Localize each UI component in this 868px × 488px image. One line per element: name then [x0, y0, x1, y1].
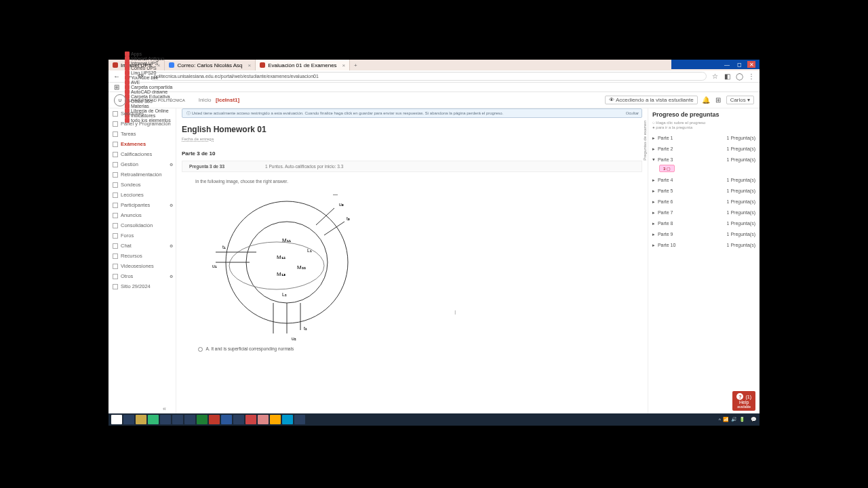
chevron-up-icon[interactable]: ^ — [719, 418, 721, 422]
new-tab-button[interactable]: + — [350, 60, 361, 70]
due-date-link[interactable]: Fecha de entrega — [182, 137, 642, 141]
sidebar-item-sitio-29/2024[interactable]: Sitio 29/2024 — [108, 281, 176, 291]
window-close-button[interactable]: ✕ — [747, 61, 755, 68]
hide-banner-link[interactable]: Ocultar — [626, 111, 639, 115]
wifi-icon[interactable]: 📶 — [723, 417, 729, 422]
progress-part[interactable]: ▸ Parte 101 Pregunta(s) — [652, 243, 755, 248]
bookmark-item[interactable]: AVE — [123, 80, 174, 85]
task-app9[interactable] — [294, 415, 305, 424]
task-word[interactable] — [221, 415, 232, 424]
sidebar-item-otros[interactable]: Otros⚙ — [108, 271, 176, 281]
progress-part[interactable]: ▸ Parte 31 Pregunta(s) — [652, 157, 755, 163]
close-icon[interactable]: × — [248, 62, 252, 68]
progress-part[interactable]: ▸ Parte 51 Pregunta(s) — [652, 188, 755, 194]
notifications-icon[interactable]: 💬 — [751, 417, 757, 422]
task-app2[interactable] — [172, 415, 183, 424]
help-fab[interactable]: ? (1) Help available — [732, 391, 755, 411]
task-app8[interactable] — [282, 415, 293, 424]
extensions-icon[interactable]: ◧ — [723, 73, 731, 81]
settings-icon[interactable]: ⚙ — [170, 162, 173, 167]
menu-icon[interactable]: ⋮ — [747, 73, 755, 81]
back-button[interactable]: ← — [113, 73, 121, 81]
collapse-sidebar-button[interactable]: « — [163, 405, 166, 412]
sidebar-item-secciones[interactable]: Secciones — [108, 108, 176, 119]
progress-part[interactable]: ▸ Parte 61 Pregunta(s) — [652, 199, 755, 205]
bookmark-item[interactable]: Ling UPS20 — [123, 70, 174, 75]
grid-icon[interactable]: ⊞ — [714, 96, 722, 104]
sidebar-item-retroalimentación[interactable]: Retroalimentación — [108, 169, 176, 180]
question-chip[interactable]: 3 ▢ — [659, 165, 675, 172]
minimize-button[interactable]: — — [723, 61, 731, 68]
bookmark-item[interactable]: Apps — [123, 52, 174, 56]
task-app6[interactable] — [258, 415, 269, 424]
bookmark-item[interactable]: Carpeta compartida — [123, 85, 174, 89]
progress-part[interactable]: ▸ Parte 91 Pregunta(s) — [652, 232, 755, 237]
close-icon[interactable]: × — [342, 62, 346, 68]
sidebar-item-panel-y-programación[interactable]: Panel y Programación — [108, 119, 176, 129]
address-bar[interactable]: politecnica.unisalesiana.edu.ec/portal/w… — [149, 72, 707, 81]
bookmark-item[interactable]: Intranet UPS — [123, 61, 174, 66]
sidebar-item-chat[interactable]: Chat⚙ — [108, 241, 176, 251]
task-app5[interactable] — [245, 415, 256, 424]
bookmark-icon — [125, 66, 130, 70]
user-menu[interactable]: Carlos ▾ — [726, 96, 754, 104]
battery-icon[interactable]: 🔋 — [739, 417, 745, 422]
sidebar-item-label: Calificaciones — [121, 151, 152, 157]
apps-icon[interactable]: ⊞ — [113, 83, 121, 92]
favicon-icon — [260, 62, 265, 68]
sidebar-item-sondeos[interactable]: Sondeos — [108, 180, 176, 190]
sidebar-item-foros[interactable]: Foros — [108, 230, 176, 241]
sidebar-item-consolidación[interactable]: Consolidación — [108, 220, 176, 230]
bookmark-item[interactable]: Correo UPS — [123, 66, 174, 70]
bell-icon[interactable]: 🔔 — [702, 96, 710, 104]
bookmark-item[interactable]: YouTube link — [123, 75, 174, 80]
task-excel[interactable] — [197, 415, 208, 424]
bookmark-item[interactable]: AutoCAD drawne — [123, 89, 174, 94]
task-app4[interactable] — [233, 415, 244, 424]
settings-icon[interactable]: ⚙ — [170, 274, 173, 279]
tab-evaluacion[interactable]: Evaluación 01 de Examenes × — [256, 60, 350, 70]
sidebar-item-exámenes[interactable]: Exámenes — [108, 139, 176, 149]
bookmark-item[interactable]: Intranet Antiguo — [123, 56, 174, 61]
bookmarks-bar: ⊞ AppsIntranet AntiguoIntranet UPSCorreo… — [108, 83, 760, 92]
progress-part[interactable]: ▸ Parte 71 Pregunta(s) — [652, 210, 755, 216]
answer-option-a[interactable]: A. It and is superficial corresponding n… — [198, 346, 642, 352]
sidebar-item-participantes[interactable]: Participantes⚙ — [108, 200, 176, 210]
bookmark-item[interactable]: Materias — [123, 104, 174, 108]
svg-text:u₁: u₁ — [212, 264, 217, 268]
task-app7[interactable] — [270, 415, 281, 424]
progress-part[interactable]: ▸ Parte 11 Pregunta(s) — [652, 136, 755, 141]
radio-icon[interactable] — [198, 347, 203, 352]
svg-text:L₂: L₂ — [282, 292, 287, 297]
student-view-button[interactable]: 👁 Accediendo a la vista estudiante — [605, 96, 698, 104]
maximize-button[interactable]: ◻ — [735, 61, 743, 68]
task-explorer[interactable] — [123, 415, 134, 424]
system-tray[interactable]: ^ 📶 🔊 🔋 💬 — [719, 417, 757, 422]
sidebar-item-label: Anuncios — [121, 212, 142, 218]
sidebar-item-calificaciones[interactable]: Calificaciones — [108, 149, 176, 159]
sidebar-item-videosesiones[interactable]: Videosesiones — [108, 261, 176, 271]
sidebar-item-anuncios[interactable]: Anuncios — [108, 210, 176, 220]
task-chrome[interactable] — [148, 415, 159, 424]
volume-icon[interactable]: 🔊 — [731, 417, 737, 422]
star-icon[interactable]: ☆ — [711, 73, 719, 81]
tab-correo[interactable]: Correo: Carlos Nicolás Asq × — [165, 60, 256, 70]
crumb-home[interactable]: Inicio — [199, 97, 212, 103]
sidebar-item-tareas[interactable]: Tareas — [108, 129, 176, 139]
settings-icon[interactable]: ⚙ — [170, 203, 173, 207]
sidebar-item-gestión[interactable]: Gestión⚙ — [108, 159, 176, 169]
task-app3[interactable] — [184, 415, 195, 424]
progress-part[interactable]: ▸ Parte 21 Pregunta(s) — [652, 146, 755, 152]
sidebar-item-lecciones[interactable]: Lecciones — [108, 190, 176, 200]
task-autocad[interactable] — [209, 415, 220, 424]
task-folder[interactable] — [136, 415, 146, 424]
profile-icon[interactable]: ◯ — [735, 73, 743, 81]
task-app1[interactable] — [160, 415, 171, 424]
progress-part[interactable]: ▸ Parte 41 Pregunta(s) — [652, 178, 755, 183]
progress-part[interactable]: ▸ Parte 81 Pregunta(s) — [652, 221, 755, 226]
start-button[interactable] — [111, 415, 122, 424]
settings-icon[interactable]: ⚙ — [170, 243, 173, 248]
clock[interactable] — [747, 418, 749, 422]
chevron-right-icon: ▸ — [651, 159, 656, 161]
sidebar-item-recursos[interactable]: Recursos — [108, 251, 176, 261]
